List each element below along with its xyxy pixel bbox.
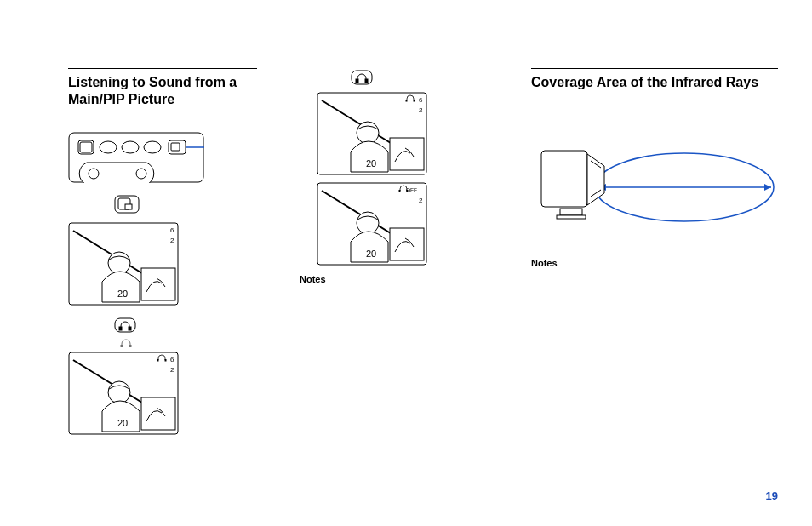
svg-rect-19 bbox=[119, 327, 122, 330]
svg-rect-36 bbox=[406, 100, 408, 102]
notes-label: Notes bbox=[300, 274, 489, 284]
svg-point-9 bbox=[136, 169, 146, 179]
svg-point-3 bbox=[100, 141, 117, 153]
svg-rect-2 bbox=[80, 142, 92, 152]
svg-rect-27 bbox=[157, 359, 159, 362]
svg-point-5 bbox=[144, 141, 161, 153]
column-right: Coverage Area of the Infrared Rays Notes bbox=[531, 68, 778, 500]
svg-rect-20 bbox=[129, 327, 131, 330]
svg-rect-51 bbox=[557, 215, 586, 219]
manual-page: Listening to Sound from a Main/PIP Pictu… bbox=[0, 0, 812, 526]
jersey-number: 20 bbox=[117, 418, 128, 428]
svg-rect-41 bbox=[390, 228, 424, 260]
heading-right: Coverage Area of the Infrared Rays bbox=[531, 74, 778, 91]
channel-main: 6 bbox=[170, 356, 174, 363]
svg-rect-30 bbox=[356, 79, 358, 83]
svg-rect-42 bbox=[399, 190, 401, 192]
osd-screen-4: 20 OFF 2 bbox=[317, 182, 427, 266]
channel-sub: 2 bbox=[419, 106, 423, 114]
rule bbox=[531, 68, 778, 69]
column-middle: 20 6 2 20 OFF 2 Notes bbox=[300, 68, 489, 500]
svg-rect-37 bbox=[414, 100, 415, 102]
channel-sub: 2 bbox=[419, 197, 423, 204]
jersey-number: 20 bbox=[117, 289, 128, 299]
svg-rect-31 bbox=[365, 79, 368, 83]
notes-label: Notes bbox=[531, 258, 778, 268]
channel-sub: 2 bbox=[170, 366, 174, 374]
osd-screen-3: 20 6 2 bbox=[317, 92, 427, 175]
osd-screen-2: 20 6 2 bbox=[68, 352, 179, 435]
svg-point-16 bbox=[108, 252, 130, 274]
svg-rect-7 bbox=[171, 143, 180, 151]
svg-rect-22 bbox=[129, 345, 132, 347]
headphone-glyph bbox=[119, 338, 133, 348]
svg-point-4 bbox=[122, 141, 139, 153]
channel-main: 6 bbox=[170, 226, 174, 234]
svg-marker-46 bbox=[764, 184, 771, 191]
rule bbox=[68, 68, 257, 69]
svg-point-8 bbox=[89, 169, 99, 179]
page-number: 19 bbox=[766, 489, 778, 502]
svg-point-34 bbox=[357, 122, 379, 144]
svg-rect-21 bbox=[121, 345, 123, 347]
remote-panel-illustration bbox=[68, 132, 204, 183]
svg-rect-48 bbox=[541, 151, 587, 207]
jersey-number: 20 bbox=[366, 249, 376, 259]
svg-rect-17 bbox=[141, 268, 175, 300]
svg-point-40 bbox=[357, 212, 379, 234]
svg-rect-29 bbox=[352, 71, 372, 84]
svg-rect-50 bbox=[560, 209, 582, 215]
jersey-number: 20 bbox=[366, 158, 376, 169]
svg-rect-26 bbox=[141, 397, 175, 430]
channel-sub: 2 bbox=[170, 237, 174, 244]
svg-point-25 bbox=[108, 381, 130, 403]
osd-screen-1: 20 6 2 bbox=[68, 222, 179, 306]
headphone-button-icon bbox=[351, 70, 373, 85]
svg-rect-13 bbox=[125, 204, 132, 209]
channel-main: 6 bbox=[419, 96, 423, 104]
heading-left: Listening to Sound from a Main/PIP Pictu… bbox=[68, 74, 257, 108]
off-label: OFF bbox=[406, 187, 417, 193]
headphone-button-icon bbox=[114, 317, 136, 333]
svg-rect-28 bbox=[165, 359, 167, 362]
pip-button-icon bbox=[114, 195, 140, 214]
svg-rect-35 bbox=[390, 138, 424, 170]
column-left: Listening to Sound from a Main/PIP Pictu… bbox=[68, 68, 257, 500]
svg-rect-18 bbox=[115, 318, 135, 332]
coverage-illustration bbox=[531, 132, 778, 243]
